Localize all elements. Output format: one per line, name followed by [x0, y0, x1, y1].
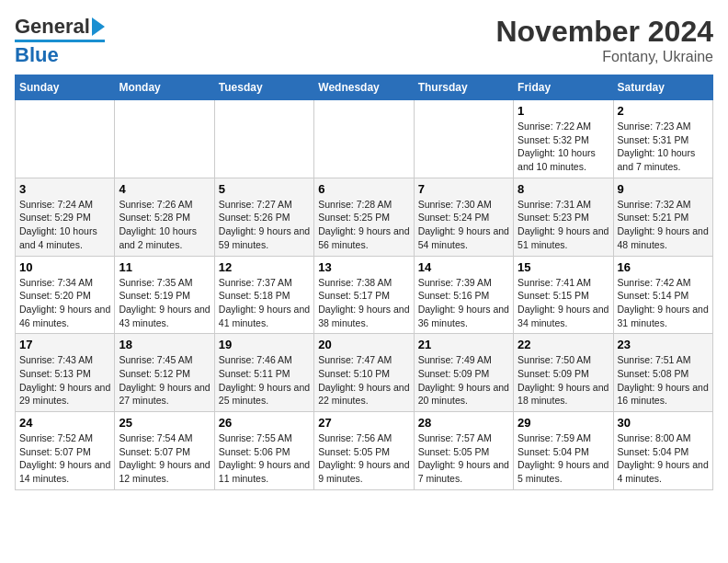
calendar-cell: 29Sunrise: 7:59 AMSunset: 5:04 PMDayligh…: [514, 412, 613, 490]
calendar-day-header: Friday: [514, 75, 613, 100]
calendar-cell: 18Sunrise: 7:45 AMSunset: 5:12 PMDayligh…: [115, 334, 214, 412]
day-info: Sunrise: 7:23 AMSunset: 5:31 PMDaylight:…: [618, 120, 709, 174]
day-number: 1: [518, 104, 609, 118]
calendar-cell: 26Sunrise: 7:55 AMSunset: 5:06 PMDayligh…: [214, 412, 313, 490]
day-number: 20: [318, 338, 409, 351]
day-number: 28: [418, 416, 509, 430]
day-info: Sunrise: 7:41 AMSunset: 5:15 PMDaylight:…: [518, 276, 609, 330]
day-number: 10: [19, 260, 110, 274]
day-number: 14: [418, 260, 509, 274]
day-number: 13: [318, 260, 409, 274]
day-info: Sunrise: 7:42 AMSunset: 5:14 PMDaylight:…: [618, 276, 709, 330]
logo-arrow-icon: [92, 17, 105, 36]
day-info: Sunrise: 7:38 AMSunset: 5:17 PMDaylight:…: [318, 276, 409, 330]
calendar-table: SundayMondayTuesdayWednesdayThursdayFrid…: [15, 75, 713, 490]
calendar-cell: [414, 100, 513, 178]
calendar-cell: 25Sunrise: 7:54 AMSunset: 5:07 PMDayligh…: [115, 412, 214, 490]
day-info: Sunrise: 7:26 AMSunset: 5:28 PMDaylight:…: [119, 198, 210, 252]
day-number: 19: [219, 338, 310, 351]
calendar-cell: 9Sunrise: 7:32 AMSunset: 5:21 PMDaylight…: [613, 178, 712, 256]
day-number: 4: [119, 182, 210, 196]
day-info: Sunrise: 7:54 AMSunset: 5:07 PMDaylight:…: [119, 431, 210, 486]
calendar-cell: [314, 100, 414, 178]
calendar-cell: 12Sunrise: 7:37 AMSunset: 5:18 PMDayligh…: [214, 256, 313, 334]
calendar-cell: 13Sunrise: 7:38 AMSunset: 5:17 PMDayligh…: [314, 256, 414, 334]
day-info: Sunrise: 7:56 AMSunset: 5:05 PMDaylight:…: [318, 431, 409, 486]
day-info: Sunrise: 7:34 AMSunset: 5:20 PMDaylight:…: [19, 276, 110, 330]
calendar-week-row: 10Sunrise: 7:34 AMSunset: 5:20 PMDayligh…: [16, 256, 713, 334]
day-info: Sunrise: 7:39 AMSunset: 5:16 PMDaylight:…: [418, 276, 509, 330]
day-number: 24: [19, 416, 110, 430]
calendar-cell: 3Sunrise: 7:24 AMSunset: 5:29 PMDaylight…: [16, 178, 115, 256]
calendar-cell: [16, 100, 115, 178]
day-info: Sunrise: 7:37 AMSunset: 5:18 PMDaylight:…: [219, 276, 310, 330]
day-number: 17: [19, 338, 110, 351]
calendar-cell: 27Sunrise: 7:56 AMSunset: 5:05 PMDayligh…: [314, 412, 414, 490]
day-info: Sunrise: 7:51 AMSunset: 5:08 PMDaylight:…: [618, 353, 709, 408]
page-subtitle: Fontany, Ukraine: [495, 49, 713, 65]
calendar-day-header: Wednesday: [314, 75, 414, 100]
day-info: Sunrise: 8:00 AMSunset: 5:04 PMDaylight:…: [618, 431, 709, 486]
calendar-cell: 17Sunrise: 7:43 AMSunset: 5:13 PMDayligh…: [16, 334, 115, 412]
day-info: Sunrise: 7:31 AMSunset: 5:23 PMDaylight:…: [518, 198, 609, 252]
calendar-day-header: Sunday: [16, 75, 115, 100]
day-number: 5: [219, 182, 310, 196]
calendar-cell: [214, 100, 313, 178]
calendar-cell: 16Sunrise: 7:42 AMSunset: 5:14 PMDayligh…: [613, 256, 712, 334]
day-number: 25: [119, 416, 210, 430]
day-info: Sunrise: 7:49 AMSunset: 5:09 PMDaylight:…: [418, 353, 509, 408]
day-info: Sunrise: 7:43 AMSunset: 5:13 PMDaylight:…: [19, 353, 110, 408]
day-info: Sunrise: 7:32 AMSunset: 5:21 PMDaylight:…: [618, 198, 709, 252]
calendar-week-row: 3Sunrise: 7:24 AMSunset: 5:29 PMDaylight…: [16, 178, 713, 256]
day-info: Sunrise: 7:50 AMSunset: 5:09 PMDaylight:…: [518, 353, 609, 408]
calendar-cell: 8Sunrise: 7:31 AMSunset: 5:23 PMDaylight…: [514, 178, 613, 256]
day-number: 16: [618, 260, 709, 274]
day-info: Sunrise: 7:47 AMSunset: 5:10 PMDaylight:…: [318, 353, 409, 408]
calendar-cell: [115, 100, 214, 178]
calendar-day-header: Thursday: [414, 75, 513, 100]
title-area: November 2024 Fontany, Ukraine: [495, 15, 713, 65]
day-info: Sunrise: 7:52 AMSunset: 5:07 PMDaylight:…: [19, 431, 110, 486]
day-number: 8: [518, 182, 609, 196]
day-number: 2: [618, 104, 709, 118]
logo-text-blue: Blue: [15, 43, 59, 67]
day-info: Sunrise: 7:59 AMSunset: 5:04 PMDaylight:…: [518, 431, 609, 486]
day-info: Sunrise: 7:30 AMSunset: 5:24 PMDaylight:…: [418, 198, 509, 252]
calendar-cell: 2Sunrise: 7:23 AMSunset: 5:31 PMDaylight…: [613, 100, 712, 178]
logo-underline: [15, 40, 105, 42]
day-number: 30: [618, 416, 709, 430]
calendar-day-header: Saturday: [613, 75, 712, 100]
calendar-cell: 20Sunrise: 7:47 AMSunset: 5:10 PMDayligh…: [314, 334, 414, 412]
day-info: Sunrise: 7:46 AMSunset: 5:11 PMDaylight:…: [219, 353, 310, 408]
calendar-week-row: 24Sunrise: 7:52 AMSunset: 5:07 PMDayligh…: [16, 412, 713, 490]
calendar-cell: 28Sunrise: 7:57 AMSunset: 5:05 PMDayligh…: [414, 412, 513, 490]
day-number: 27: [318, 416, 409, 430]
calendar-cell: 7Sunrise: 7:30 AMSunset: 5:24 PMDaylight…: [414, 178, 513, 256]
calendar-cell: 1Sunrise: 7:22 AMSunset: 5:32 PMDaylight…: [514, 100, 613, 178]
day-number: 3: [19, 182, 110, 196]
calendar-header-row: SundayMondayTuesdayWednesdayThursdayFrid…: [16, 75, 713, 100]
page-title: November 2024: [495, 15, 713, 49]
day-number: 6: [318, 182, 409, 196]
day-number: 29: [518, 416, 609, 430]
day-info: Sunrise: 7:28 AMSunset: 5:25 PMDaylight:…: [318, 198, 409, 252]
logo-text-general: General: [15, 15, 90, 39]
day-number: 15: [518, 260, 609, 274]
day-number: 18: [119, 338, 210, 351]
calendar-cell: 23Sunrise: 7:51 AMSunset: 5:08 PMDayligh…: [613, 334, 712, 412]
calendar-cell: 19Sunrise: 7:46 AMSunset: 5:11 PMDayligh…: [214, 334, 313, 412]
day-info: Sunrise: 7:22 AMSunset: 5:32 PMDaylight:…: [518, 120, 609, 174]
day-number: 21: [418, 338, 509, 351]
day-number: 9: [618, 182, 709, 196]
day-info: Sunrise: 7:24 AMSunset: 5:29 PMDaylight:…: [19, 198, 110, 252]
calendar-cell: 15Sunrise: 7:41 AMSunset: 5:15 PMDayligh…: [514, 256, 613, 334]
day-info: Sunrise: 7:27 AMSunset: 5:26 PMDaylight:…: [219, 198, 310, 252]
day-info: Sunrise: 7:35 AMSunset: 5:19 PMDaylight:…: [119, 276, 210, 330]
day-info: Sunrise: 7:45 AMSunset: 5:12 PMDaylight:…: [119, 353, 210, 408]
calendar-day-header: Monday: [115, 75, 214, 100]
calendar-week-row: 1Sunrise: 7:22 AMSunset: 5:32 PMDaylight…: [16, 100, 713, 178]
day-number: 12: [219, 260, 310, 274]
day-number: 22: [518, 338, 609, 351]
page-header: General Blue November 2024 Fontany, Ukra…: [15, 15, 713, 67]
calendar-cell: 14Sunrise: 7:39 AMSunset: 5:16 PMDayligh…: [414, 256, 513, 334]
